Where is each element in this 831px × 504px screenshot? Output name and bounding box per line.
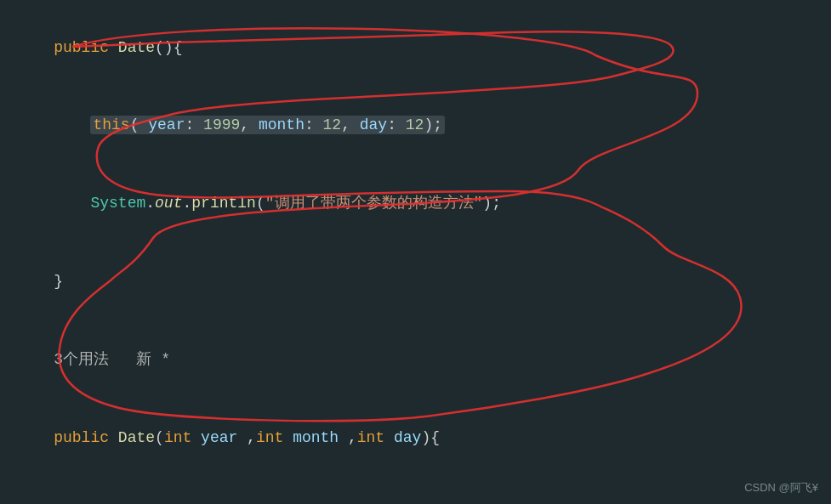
code-line-3: System.out.println("调用了带两个参数的构造方法"); (17, 165, 814, 243)
code-line-7: this(); (17, 477, 814, 504)
code-line-1: public Date(){ (17, 8, 814, 87)
code-line-2: this( year: 1999, month: 12, day: 12); (17, 87, 814, 165)
code-line-5: 3个用法 新 * (17, 320, 814, 399)
watermark: CSDN @阿飞¥ (744, 480, 818, 496)
code-editor: public Date(){ this( year: 1999, month: … (0, 0, 831, 504)
code-line-4: } (17, 242, 814, 320)
code-line-6: public Date(int year ,int month ,int day… (17, 399, 814, 477)
